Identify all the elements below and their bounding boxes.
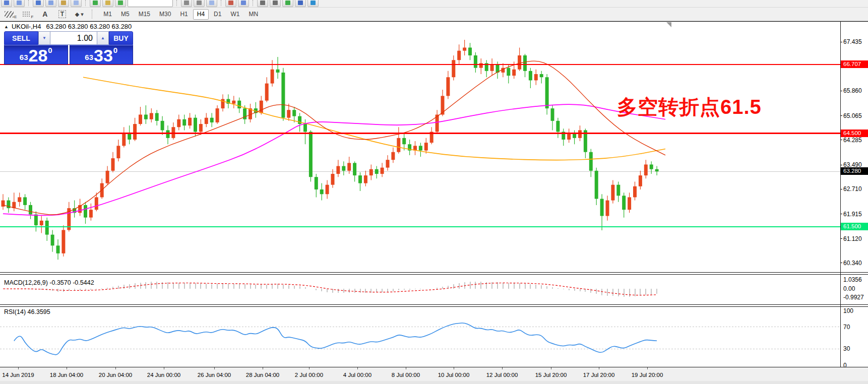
chart-title: ▲ UKOil-,H4 63.280 63.280 63.280 63.280	[4, 23, 132, 30]
price-axis-label: 65.860	[843, 87, 862, 94]
rsi-axis-label: 100	[843, 307, 853, 314]
volume-increase-button[interactable]: ▲	[97, 31, 109, 45]
time-label: 17 Jul 20:00	[583, 372, 615, 378]
panel-divider	[0, 304, 868, 305]
panel-divider	[0, 272, 868, 273]
chart-ohlc-values: 63.280 63.280 63.280 63.280	[46, 23, 132, 30]
time-label: 20 Jun 04:00	[99, 372, 133, 378]
sell-button[interactable]: SELL	[4, 31, 38, 45]
rsi-axis-label: 30	[843, 345, 850, 352]
buy-button[interactable]: BUY	[109, 31, 133, 45]
rsi-label: RSI(14) 46.3595	[4, 308, 50, 315]
panel-divider	[0, 274, 868, 275]
price-badge: 64.500	[841, 130, 868, 137]
price-badge: 66.707	[841, 60, 868, 68]
sell-price-pip: 0	[48, 46, 52, 54]
macd-axis-label: 1.0356	[843, 276, 862, 283]
buy-price-display[interactable]: 63 33 0	[70, 45, 134, 65]
macd-label: MACD(12,26,9) -0.3570 -0.5442	[4, 279, 94, 286]
price-axis-label: 64.285	[843, 137, 862, 144]
price-axis-label: 65.065	[843, 112, 862, 119]
time-label: 14 Jun 2019	[2, 372, 34, 378]
sell-price-prefix: 63	[20, 53, 28, 61]
price-badge: 63.280	[841, 167, 868, 175]
time-label: 4 Jul 00:00	[343, 372, 371, 378]
one-click-trading-panel: SELL ▼ 1.00 ▲ BUY 63 28 0 63 33 0	[4, 31, 133, 68]
price-badge: 61.500	[841, 223, 868, 230]
chart-symbol-label: UKOil-,H4	[12, 23, 41, 30]
time-label: 12 Jul 00:00	[486, 372, 518, 378]
collapse-panel-arrow[interactable]: ▲	[4, 24, 9, 29]
time-label: 15 Jul 20:00	[535, 372, 567, 378]
time-label: 26 Jun 04:00	[198, 372, 231, 378]
macd-axis-label: -0.9927	[843, 294, 864, 301]
time-label: 8 Jul 00:00	[392, 372, 420, 378]
volume-input[interactable]: 1.00	[50, 31, 97, 45]
price-axis-label: 61.120	[843, 235, 862, 242]
chart-annotation-text: 多空转折点61.5	[617, 93, 762, 121]
buy-price-main: 33	[94, 48, 113, 63]
price-axis-label: 67.435	[843, 38, 862, 45]
time-label: 10 Jul 00:00	[438, 372, 470, 378]
price-axis-label: 60.340	[843, 260, 862, 267]
price-axis-label: 61.915	[843, 211, 862, 218]
time-label: 18 Jun 04:00	[50, 372, 84, 378]
panel-divider	[0, 367, 868, 367]
time-label: 28 Jun 04:00	[246, 372, 280, 378]
price-axis-label: 62.710	[843, 185, 862, 193]
panel-divider	[0, 306, 868, 307]
time-label: 19 Jul 20:00	[632, 372, 663, 378]
sell-price-main: 28	[29, 48, 48, 63]
rsi-axis-label: 0	[843, 362, 847, 369]
buy-price-pip: 0	[113, 46, 117, 54]
time-label: 2 Jul 00:00	[295, 372, 323, 378]
time-label: 24 Jun 00:00	[147, 372, 181, 378]
sell-price-display[interactable]: 63 28 0	[4, 45, 68, 65]
price-axis-border	[840, 21, 841, 367]
volume-decrease-button[interactable]: ▼	[38, 31, 50, 45]
buy-price-prefix: 63	[85, 53, 93, 61]
macd-axis-label: 0.00	[843, 285, 855, 292]
rsi-axis-label: 70	[843, 324, 850, 331]
chart-shift-marker[interactable]	[666, 22, 671, 27]
